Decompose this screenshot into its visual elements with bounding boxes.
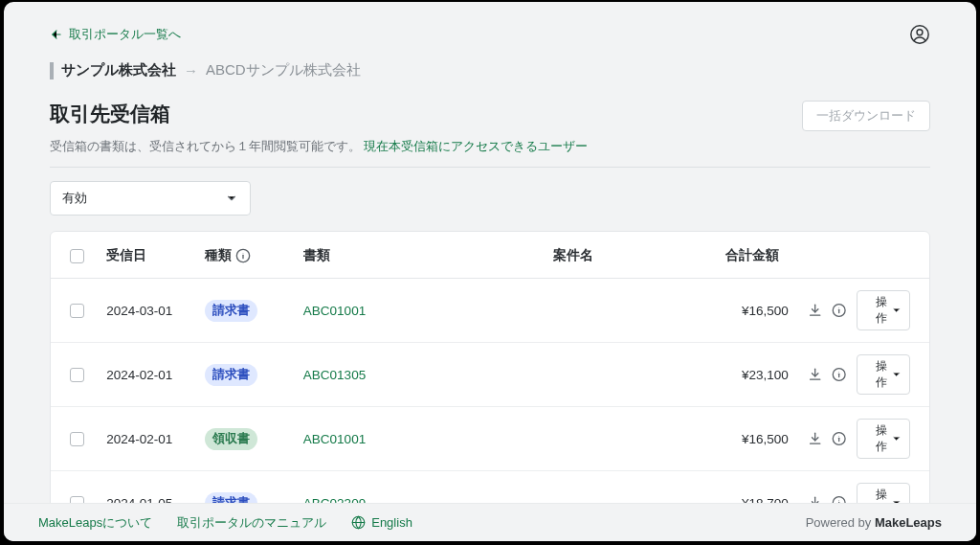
download-icon[interactable] bbox=[808, 495, 822, 503]
footer-manual-link[interactable]: 取引ポータルのマニュアル bbox=[177, 514, 326, 532]
cell-project bbox=[544, 279, 716, 343]
chevron-down-icon bbox=[891, 433, 902, 444]
back-link[interactable]: 取引ポータル一覧へ bbox=[50, 26, 181, 43]
type-badge: 請求書 bbox=[205, 364, 257, 386]
cell-project bbox=[544, 471, 716, 504]
chevron-down-icon bbox=[891, 305, 902, 316]
th-total: 合計金額 bbox=[716, 232, 798, 279]
row-checkbox[interactable] bbox=[70, 496, 84, 503]
documents-table: 受信日 種類 書類 案件名 合計金額 2024-03-01請求書ABC01001… bbox=[51, 232, 929, 503]
info-icon[interactable] bbox=[235, 248, 251, 263]
info-icon[interactable] bbox=[832, 367, 846, 382]
row-checkbox[interactable] bbox=[70, 368, 84, 382]
download-icon[interactable] bbox=[808, 367, 822, 382]
row-checkbox[interactable] bbox=[70, 432, 84, 446]
info-icon[interactable] bbox=[832, 431, 846, 446]
cell-project bbox=[544, 407, 716, 471]
documents-table-card: 受信日 種類 書類 案件名 合計金額 2024-03-01請求書ABC01001… bbox=[50, 231, 930, 503]
table-row: 2024-02-01領収書ABC01001¥16,500操作 bbox=[51, 407, 929, 471]
status-filter-value: 有効 bbox=[62, 190, 87, 207]
type-badge: 領収書 bbox=[205, 428, 257, 450]
row-action-label: 操作 bbox=[865, 487, 887, 503]
th-type: 種類 bbox=[195, 232, 294, 279]
footer-language-link[interactable]: English bbox=[351, 515, 412, 530]
row-action-button[interactable]: 操作 bbox=[857, 290, 910, 330]
page-subtitle-static: 受信箱の書類は、受信されてから１年間閲覧可能です。 bbox=[50, 140, 361, 153]
download-icon[interactable] bbox=[808, 431, 822, 446]
page-subtitle: 受信箱の書類は、受信されてから１年間閲覧可能です。 現在本受信箱にアクセスできる… bbox=[50, 139, 930, 155]
cell-date: 2024-02-01 bbox=[97, 407, 195, 471]
globe-icon bbox=[351, 515, 366, 530]
row-action-label: 操作 bbox=[865, 422, 887, 455]
powered-by: Powered by MakeLeaps bbox=[806, 515, 942, 530]
breadcrumb-child[interactable]: ABCDサンプル株式会社 bbox=[206, 61, 361, 79]
bulk-download-button[interactable]: 一括ダウンロード bbox=[802, 101, 930, 131]
type-badge: 請求書 bbox=[205, 492, 257, 504]
cell-date: 2024-01-05 bbox=[97, 471, 195, 504]
cell-project bbox=[544, 343, 716, 407]
footer-about-link[interactable]: MakeLeapsについて bbox=[38, 514, 152, 532]
row-action-button[interactable]: 操作 bbox=[857, 483, 910, 503]
info-icon[interactable] bbox=[832, 303, 846, 318]
table-row: 2024-01-05請求書ABC02309¥18,700操作 bbox=[51, 471, 929, 504]
cell-date: 2024-02-01 bbox=[97, 343, 195, 407]
chevron-down-icon bbox=[891, 369, 902, 380]
cell-date: 2024-03-01 bbox=[97, 279, 195, 343]
back-link-label: 取引ポータル一覧へ bbox=[69, 26, 181, 43]
page-title: 取引先受信箱 bbox=[50, 101, 170, 127]
user-circle-icon[interactable] bbox=[909, 24, 930, 45]
breadcrumb-current[interactable]: サンプル株式会社 bbox=[61, 61, 176, 79]
document-link[interactable]: ABC01001 bbox=[303, 304, 366, 318]
select-all-checkbox[interactable] bbox=[70, 249, 84, 263]
document-link[interactable]: ABC01001 bbox=[303, 432, 366, 446]
breadcrumb-bar bbox=[50, 62, 54, 79]
footer: MakeLeapsについて 取引ポータルのマニュアル English Power… bbox=[4, 503, 976, 541]
th-received: 受信日 bbox=[97, 232, 195, 279]
th-project: 案件名 bbox=[544, 232, 716, 279]
row-action-label: 操作 bbox=[865, 294, 887, 327]
row-action-button[interactable]: 操作 bbox=[857, 354, 910, 395]
type-badge: 請求書 bbox=[205, 300, 257, 322]
info-icon[interactable] bbox=[832, 495, 846, 503]
row-checkbox[interactable] bbox=[70, 304, 84, 318]
chevron-right-icon: → bbox=[184, 62, 198, 79]
row-action-label: 操作 bbox=[865, 358, 887, 391]
th-document: 書類 bbox=[294, 232, 544, 279]
row-action-button[interactable]: 操作 bbox=[857, 419, 910, 459]
status-filter-select[interactable]: 有効 bbox=[50, 181, 251, 216]
chevron-down-icon bbox=[225, 192, 238, 205]
download-icon[interactable] bbox=[808, 303, 822, 318]
inbox-users-link[interactable]: 現在本受信箱にアクセスできるユーザー bbox=[364, 140, 588, 153]
arrow-left-icon bbox=[50, 28, 63, 41]
breadcrumb: サンプル株式会社 → ABCDサンプル株式会社 bbox=[50, 61, 930, 79]
document-link[interactable]: ABC02309 bbox=[303, 496, 366, 504]
document-link[interactable]: ABC01305 bbox=[303, 368, 366, 382]
table-row: 2024-03-01請求書ABC01001¥16,500操作 bbox=[51, 279, 929, 343]
cell-total: ¥18,700 bbox=[716, 471, 798, 504]
cell-total: ¥16,500 bbox=[716, 279, 798, 343]
divider bbox=[50, 167, 930, 168]
cell-total: ¥16,500 bbox=[716, 407, 798, 471]
table-row: 2024-02-01請求書ABC01305¥23,100操作 bbox=[51, 343, 929, 407]
cell-total: ¥23,100 bbox=[716, 343, 798, 407]
